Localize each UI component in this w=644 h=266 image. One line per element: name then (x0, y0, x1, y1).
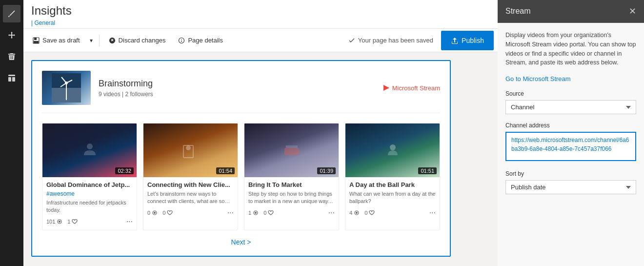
sort-label: Sort by (505, 170, 636, 177)
panel-description: Display videos from your organization's … (505, 31, 636, 67)
panel-header: Stream ✕ (498, 0, 644, 23)
video-more-4[interactable]: ··· (429, 208, 436, 217)
video-views-1: 101 (46, 219, 62, 225)
svg-rect-1 (8, 77, 11, 82)
save-draft-button[interactable]: Save as draft (27, 33, 85, 47)
video-desc-2: Let's brainstorm new ways to connect wit… (147, 190, 234, 205)
video-thumbnail-3: 01:39 (244, 123, 339, 177)
saved-check-icon (348, 37, 355, 44)
video-more-3[interactable]: ··· (328, 208, 335, 217)
video-more-1[interactable]: ··· (126, 217, 133, 226)
channel-thumbnail (42, 71, 91, 105)
channel-name: Brainstorming (99, 79, 153, 89)
svg-point-6 (181, 39, 182, 40)
source-select[interactable]: Channel Video Trending (505, 100, 636, 114)
content-area: Brainstorming 9 videos | 2 followers Mic… (23, 52, 498, 266)
svg-rect-24 (286, 145, 298, 148)
channel-address-input[interactable]: https://web.microsoftstream.com/channel/… (505, 132, 636, 161)
right-panel: Stream ✕ Display videos from your organi… (498, 0, 644, 266)
video-title-3: Bring It To Market (248, 181, 335, 188)
video-likes-3: 0 (263, 210, 274, 216)
toolbar: Save as draft ▾ Discard changes Page det… (23, 29, 498, 52)
windmill-illustration (52, 73, 81, 102)
video-stats-4: 4 0 ··· (349, 208, 436, 217)
video-duration-4: 01:51 (418, 167, 437, 174)
views-icon-2 (152, 210, 158, 216)
publish-label: Publish (462, 37, 484, 44)
stream-webpart: Brainstorming 9 videos | 2 followers Mic… (31, 60, 451, 257)
svg-point-22 (154, 212, 156, 214)
discard-icon (109, 37, 116, 44)
saved-status: Your page has been saved (348, 37, 433, 44)
video-stats-3: 1 0 ··· (248, 208, 335, 217)
video-card-4[interactable]: 01:51 A Day at the Ball Park What can we… (345, 123, 440, 230)
video-desc-1: Infrastructure needed for jetpacks today… (46, 199, 133, 214)
video-thumbnail-4: 01:51 (345, 123, 440, 177)
page-details-icon (178, 37, 185, 44)
likes-icon-4 (369, 210, 375, 216)
svg-marker-15 (383, 85, 389, 91)
video-info-2: Connecting with New Clie... Let's brains… (143, 177, 238, 221)
views-icon-1 (57, 219, 62, 225)
video-tag-1: #awesome (46, 190, 133, 197)
breadcrumb: | General (31, 20, 490, 28)
sidebar-icon-layout[interactable] (3, 69, 20, 87)
channel-header: Brainstorming 9 videos | 2 followers Mic… (42, 71, 440, 113)
svg-rect-4 (34, 38, 37, 40)
discard-changes-button[interactable]: Discard changes (103, 33, 171, 47)
video-title-1: Global Dominance of Jetp... (46, 181, 133, 188)
page-details-button[interactable]: Page details (173, 33, 228, 47)
video-duration-3: 01:39 (317, 167, 336, 174)
page-title: Insights (31, 2, 490, 20)
video-card-1[interactable]: 02:32 Global Dominance of Jetp... #aweso… (42, 123, 137, 230)
next-button[interactable]: Next > (231, 238, 251, 246)
svg-point-18 (59, 221, 60, 223)
video-thumbnail-2: 01:54 (143, 123, 238, 177)
main-area: Insights | General Save as draft ▾ Disca… (23, 0, 498, 266)
save-draft-label: Save as draft (42, 37, 80, 44)
video-more-2[interactable]: ··· (227, 208, 234, 217)
video-likes-4: 0 (364, 210, 375, 216)
channel-details: Brainstorming 9 videos | 2 followers (99, 79, 153, 98)
svg-point-16 (87, 143, 93, 149)
stream-logo-icon (382, 84, 390, 92)
saved-status-text: Your page has been saved (358, 37, 433, 44)
source-label: Source (505, 90, 636, 97)
ms-stream-link[interactable]: Microsoft Stream (382, 84, 440, 92)
panel-title: Stream (505, 7, 531, 16)
video-likes-1: 1 (67, 219, 78, 225)
panel-close-button[interactable]: ✕ (629, 7, 636, 16)
video-stats-1: 101 1 ··· (46, 217, 133, 226)
svg-point-14 (65, 82, 68, 84)
save-draft-dropdown[interactable]: ▾ (87, 35, 95, 46)
video-info-1: Global Dominance of Jetp... #awesome Inf… (42, 177, 137, 230)
save-icon (33, 37, 40, 44)
publish-button[interactable]: Publish (441, 31, 494, 50)
video-duration-1: 02:32 (115, 167, 134, 174)
next-row: Next > (42, 238, 440, 246)
sort-select[interactable]: Publish date View count Trending (505, 180, 636, 194)
sidebar-icon-delete[interactable] (3, 48, 20, 65)
sidebar-icon-pencil[interactable] (3, 5, 20, 22)
video-card-3[interactable]: 01:39 Bring It To Market Step by step on… (244, 123, 339, 230)
ms-stream-label: Microsoft Stream (392, 84, 440, 92)
views-icon-4 (354, 210, 360, 216)
video-title-2: Connecting with New Clie... (147, 181, 234, 188)
left-sidebar (0, 0, 23, 266)
likes-icon-1 (72, 219, 78, 225)
video-title-4: A Day at the Ball Park (349, 181, 436, 188)
go-to-stream-link[interactable]: Go to Microsoft Stream (505, 75, 636, 82)
sidebar-icon-move[interactable] (3, 26, 20, 44)
svg-rect-2 (12, 77, 15, 82)
svg-point-19 (186, 145, 191, 150)
video-views-2: 0 (147, 210, 158, 216)
channel-info: Brainstorming 9 videos | 2 followers (42, 71, 153, 105)
video-desc-4: What can we learn from a day at the ball… (349, 190, 436, 205)
video-views-4: 4 (349, 210, 360, 216)
publish-icon (451, 37, 459, 44)
panel-body: Display videos from your organization's … (498, 23, 644, 266)
video-grid: 02:32 Global Dominance of Jetp... #aweso… (42, 123, 440, 230)
svg-rect-0 (8, 75, 15, 76)
svg-point-27 (390, 144, 396, 150)
video-card-2[interactable]: 01:54 Connecting with New Clie... Let's … (143, 123, 238, 230)
